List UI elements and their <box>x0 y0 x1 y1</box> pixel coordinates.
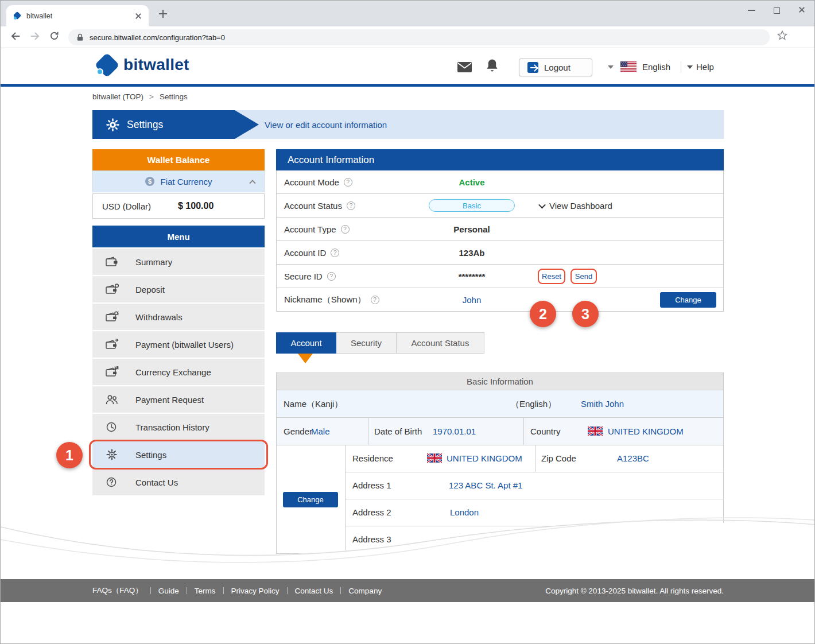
account-id-label: Account ID <box>284 248 326 258</box>
copyright: Copyright © 2013-2025 bitwallet. All rig… <box>545 587 724 595</box>
secure-id-value: ******** <box>420 271 523 281</box>
forward-icon[interactable] <box>29 30 41 42</box>
account-type-help-icon[interactable]: ? <box>341 225 350 234</box>
browser-tab[interactable]: bitwallet <box>6 5 149 26</box>
footer-link-faqs[interactable]: FAQs（FAQ） <box>92 585 143 596</box>
breadcrumb: bitwallet (TOP) > Settings <box>92 92 188 101</box>
country-value: UNITED KINGDOM <box>608 426 684 436</box>
tab-account[interactable]: Account <box>276 332 336 354</box>
sidebar-item-contact-us[interactable]: Contact Us <box>92 469 265 495</box>
balance-row: USD (Dollar) $ 100.00 <box>92 193 265 219</box>
bitwallet-logo-dot <box>96 68 103 75</box>
footer-links: FAQs（FAQ） Guide Terms Privacy Policy Con… <box>92 585 382 596</box>
mail-icon[interactable] <box>457 61 472 73</box>
name-row: Name（Kanji） （English） Smith John <box>277 390 723 418</box>
tab-security[interactable]: Security <box>336 332 397 354</box>
transaction-history-icon <box>105 421 119 433</box>
secure-id-help-icon[interactable]: ? <box>327 272 336 281</box>
residence-label: Residence <box>352 453 393 463</box>
window-close-icon[interactable] <box>798 6 806 14</box>
address-change-button[interactable]: Change <box>283 492 338 507</box>
reload-icon[interactable] <box>49 30 60 41</box>
gender-dob-country-row: Gender Male Date of Birth 1970.01.01 Cou… <box>277 418 723 445</box>
language-label[interactable]: English <box>642 62 670 72</box>
bookmark-star-icon[interactable] <box>777 30 788 41</box>
sidebar-item-transaction-history[interactable]: Transaction History <box>92 414 265 440</box>
collapse-chevron-icon[interactable] <box>249 180 255 186</box>
sidebar-item-payment[interactable]: Payment (bitwallet Users) <box>92 331 265 358</box>
balance-currency-label: USD (Dollar) <box>102 201 151 211</box>
new-tab-icon[interactable] <box>159 10 167 18</box>
url-text: secure.bitwallet.com/configuration?tab=0 <box>90 33 225 42</box>
footer-link-contact-us[interactable]: Contact Us <box>295 587 333 595</box>
address-block: Change Residence UNITED KINGDOM Zip Code… <box>277 445 723 553</box>
address2-label: Address 2 <box>352 507 391 517</box>
sidebar-item-withdrawals[interactable]: Withdrawals <box>92 304 265 330</box>
logout-button[interactable]: Logout <box>519 59 592 76</box>
account-id-row: Account ID? 123Ab <box>277 241 723 265</box>
gender-value: Male <box>311 426 330 436</box>
sidebar-item-currency-exchange[interactable]: Currency Exchange <box>92 359 265 385</box>
residence-value: UNITED KINGDOM <box>447 453 522 463</box>
footer-link-company[interactable]: Company <box>348 587 382 595</box>
residence-row: Residence UNITED KINGDOM Zip Code A123BC <box>346 445 723 472</box>
account-mode-help-icon[interactable]: ? <box>344 178 352 187</box>
tab-close-icon[interactable] <box>135 13 142 20</box>
window-maximize-icon[interactable] <box>774 7 780 14</box>
logout-label: Logout <box>544 63 570 72</box>
account-mode-value: Active <box>420 177 523 187</box>
view-dashboard-link[interactable]: View Dashboard <box>540 201 612 211</box>
withdrawals-icon <box>105 311 119 323</box>
address1-label: Address 1 <box>352 480 391 490</box>
annotation-step-1: 1 <box>56 442 83 468</box>
footer: FAQs（FAQ） Guide Terms Privacy Policy Con… <box>1 579 815 602</box>
zip-value: A123BC <box>617 453 649 463</box>
summary-icon <box>105 256 119 267</box>
back-icon[interactable] <box>10 30 21 42</box>
reset-button[interactable]: Reset <box>538 269 565 284</box>
header-divider <box>681 61 681 73</box>
tab-account-status[interactable]: Account Status <box>397 332 484 354</box>
settings-banner: Settings View or edit account informatio… <box>92 110 724 139</box>
logout-icon <box>527 62 538 73</box>
payment-icon <box>105 339 119 350</box>
nickname-value: John <box>420 295 523 305</box>
bell-icon[interactable] <box>486 59 499 73</box>
footer-link-privacy-policy[interactable]: Privacy Policy <box>231 587 280 595</box>
account-id-value: 123Ab <box>420 248 523 258</box>
account-id-help-icon[interactable]: ? <box>331 249 339 257</box>
contact-us-icon <box>105 476 119 488</box>
footer-link-guide[interactable]: Guide <box>158 587 179 595</box>
breadcrumb-home[interactable]: bitwallet (TOP) <box>92 92 143 101</box>
nickname-help-icon[interactable]: ? <box>371 296 379 304</box>
bitwallet-favicon <box>13 12 21 20</box>
chevron-down-icon <box>538 201 546 208</box>
address-bar[interactable]: secure.bitwallet.com/configuration?tab=0 <box>68 29 770 45</box>
nickname-change-button[interactable]: Change <box>660 292 716 308</box>
send-button[interactable]: Send <box>570 269 597 284</box>
footer-link-terms[interactable]: Terms <box>195 587 216 595</box>
settings-banner-arrow: Settings <box>92 110 259 139</box>
nickname-label: Nickname（Shown） <box>284 294 366 305</box>
help-dropdown-chevron-icon[interactable] <box>687 65 693 69</box>
language-dropdown-chevron-icon[interactable] <box>608 65 614 69</box>
address2-row: Address 2 London <box>346 499 723 526</box>
account-mode-row: Account Mode? Active <box>277 170 723 194</box>
browser-tab-strip: bitwallet <box>1 1 815 26</box>
window-minimize-icon[interactable] <box>748 10 755 11</box>
deposit-icon <box>105 284 119 295</box>
sidebar-item-payment-request[interactable]: Payment Request <box>92 386 265 413</box>
browser-window: bitwallet secure.bitwallet.com/configura… <box>0 0 815 644</box>
uk-flag-icon <box>427 453 442 463</box>
sidebar-item-summary[interactable]: Summary <box>92 249 265 275</box>
help-link[interactable]: Help <box>696 62 714 72</box>
sidebar-item-settings[interactable]: Settings <box>92 441 265 468</box>
menu-header: Menu <box>92 226 265 247</box>
fiat-currency-toggle[interactable]: $ Fiat Currency <box>92 170 265 192</box>
account-status-help-icon[interactable]: ? <box>347 201 355 210</box>
dob-value: 1970.01.01 <box>433 426 476 436</box>
basic-info-table: Basic Information Name（Kanji） （English） … <box>276 373 724 554</box>
sidebar-item-deposit[interactable]: Deposit <box>92 276 265 302</box>
currency-exchange-icon <box>105 366 119 378</box>
bitwallet-logo-text[interactable]: bitwallet <box>123 56 189 74</box>
